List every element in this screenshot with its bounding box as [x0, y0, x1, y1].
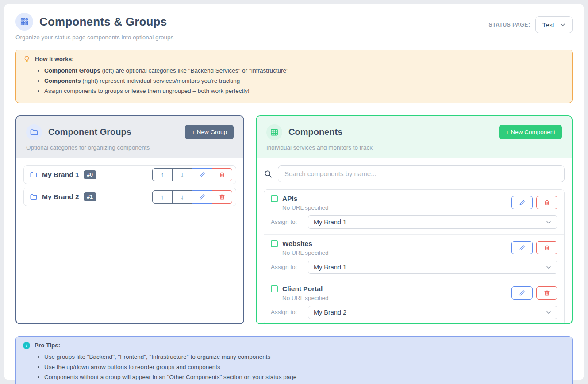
component-name: APIs [282, 195, 297, 203]
page-title: Components & Groups [39, 15, 167, 29]
search-icon [264, 169, 273, 178]
assign-group-select[interactable]: My Brand 1 [308, 215, 557, 229]
component-url-note: No URL specified [282, 250, 329, 256]
trash-icon [544, 290, 550, 296]
assign-group-select[interactable]: My Brand 1 [308, 261, 557, 274]
move-down-button[interactable]: ↓ [172, 190, 192, 204]
pencil-icon [519, 245, 525, 251]
move-up-button[interactable]: ↑ [152, 190, 173, 204]
groups-panel-subtitle: Optional categories for organizing compo… [26, 144, 234, 151]
info-icon: i [23, 342, 30, 349]
component-groups-panel: Component Groups + New Group Optional ca… [15, 115, 244, 324]
pro-tips-title: Pro Tips: [35, 342, 60, 349]
assigned-group-value: My Brand 1 [314, 219, 346, 226]
trash-icon [219, 194, 225, 200]
search-input[interactable] [278, 165, 565, 182]
trash-icon [544, 245, 550, 251]
edit-component-button[interactable] [511, 286, 533, 300]
chevron-down-icon [560, 22, 566, 28]
trash-icon [219, 172, 225, 178]
how-it-works-title: How it works: [35, 56, 74, 62]
arrow-up-icon: ↑ [161, 171, 164, 178]
group-order-badge: #1 [84, 192, 96, 201]
move-down-button[interactable]: ↓ [172, 168, 192, 181]
edit-component-button[interactable] [511, 196, 533, 209]
component-row: Client Portal No URL specified [264, 280, 564, 324]
folder-icon [30, 193, 38, 201]
assign-to-label: Assign to: [271, 219, 301, 225]
group-row: My Brand 1 #0 ↑ ↓ [23, 165, 236, 184]
assign-group-select[interactable]: My Brand 2 [308, 306, 557, 319]
delete-component-button[interactable] [536, 241, 557, 254]
pro-tips-bullet: Use groups like "Backend", "Frontend", "… [44, 352, 565, 362]
edit-component-button[interactable] [511, 241, 533, 254]
assigned-group-value: My Brand 2 [314, 309, 346, 316]
component-url-note: No URL specified [282, 204, 329, 211]
component-row: Websites No URL specified [264, 235, 564, 280]
component-row: APIs No URL specified [264, 190, 564, 235]
grid-table-icon [266, 124, 282, 140]
pencil-icon [519, 290, 525, 296]
edit-group-button[interactable] [192, 168, 212, 181]
components-list: APIs No URL specified [264, 189, 565, 324]
assigned-group-value: My Brand 1 [314, 264, 346, 271]
pro-tips-bullet: Use the up/down arrow buttons to reorder… [44, 362, 565, 372]
status-page-label: STATUS PAGE: [489, 22, 530, 28]
component-name: Client Portal [282, 285, 323, 293]
pro-tips-box: i Pro Tips: Use groups like "Backend", "… [15, 336, 573, 384]
delete-component-button[interactable] [536, 286, 557, 300]
pencil-icon [199, 172, 205, 178]
pro-tips-bullet: Components without a group will appear i… [44, 372, 565, 383]
group-order-badge: #0 [84, 170, 96, 179]
component-checkbox-icon [271, 285, 278, 292]
folder-badge-icon [26, 124, 42, 140]
delete-group-button[interactable] [212, 168, 232, 181]
page-header: Components & Groups Organize your status… [15, 13, 573, 41]
page-subtitle: Organize your status page components int… [15, 34, 173, 41]
components-panel-title: Components [288, 127, 493, 137]
assign-to-label: Assign to: [271, 309, 301, 315]
group-actions: ↑ ↓ [152, 190, 232, 204]
pencil-icon [519, 200, 525, 206]
lightbulb-icon [23, 55, 31, 63]
pro-tips-list: Use groups like "Backend", "Frontend", "… [23, 352, 565, 383]
component-url-note: No URL specified [282, 295, 329, 301]
delete-component-button[interactable] [536, 196, 557, 209]
how-it-works-bullet: Assign components to groups or leave the… [44, 86, 565, 96]
arrow-down-icon: ↓ [181, 193, 184, 200]
pencil-icon [199, 194, 205, 200]
groups-list: My Brand 1 #0 ↑ ↓ [16, 158, 243, 323]
edit-group-button[interactable] [192, 190, 212, 204]
grid-dots-icon [15, 13, 33, 31]
new-group-button[interactable]: + New Group [185, 125, 234, 139]
chevron-down-icon [546, 219, 552, 225]
status-page-select[interactable]: Test [535, 16, 573, 33]
how-it-works-bullet: Components (right) represent individual … [44, 76, 565, 86]
how-it-works-box: How it works: Component Groups (left) ar… [15, 50, 573, 103]
trash-icon [544, 200, 550, 206]
page-card: Components & Groups Organize your status… [4, 4, 584, 380]
assign-to-label: Assign to: [271, 264, 301, 270]
component-checkbox-icon [271, 195, 278, 202]
delete-group-button[interactable] [212, 190, 232, 204]
arrow-down-icon: ↓ [181, 171, 184, 178]
components-panel: Components + New Component Individual se… [256, 115, 573, 324]
chevron-down-icon [546, 264, 552, 270]
components-panel-subtitle: Individual services and monitors to trac… [266, 144, 562, 151]
how-it-works-list: Component Groups (left) are optional cat… [23, 66, 565, 96]
folder-icon [30, 171, 38, 179]
arrow-up-icon: ↑ [161, 193, 164, 200]
component-name: Websites [282, 240, 312, 248]
new-component-button[interactable]: + New Component [499, 125, 562, 139]
group-name: My Brand 1 [42, 171, 79, 179]
groups-panel-title: Component Groups [48, 127, 179, 137]
chevron-down-icon [546, 309, 552, 315]
group-row: My Brand 2 #1 ↑ ↓ [23, 188, 236, 206]
group-actions: ↑ ↓ [152, 168, 232, 181]
component-checkbox-icon [271, 240, 278, 247]
group-name: My Brand 2 [42, 193, 79, 201]
status-page-value: Test [542, 21, 554, 29]
how-it-works-bullet: Component Groups (left) are optional cat… [44, 66, 565, 76]
move-up-button[interactable]: ↑ [152, 168, 173, 181]
